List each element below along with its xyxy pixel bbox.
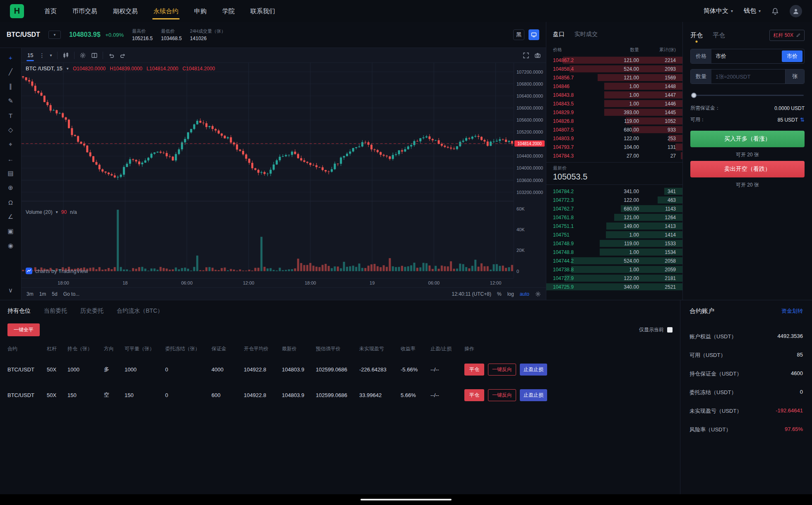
nav-item-2[interactable]: 币币交易 <box>65 0 105 22</box>
tradingview-watermark[interactable]: charts by TradingView <box>26 268 88 274</box>
positions-tab-3[interactable]: 历史委托 <box>80 307 103 315</box>
range-1m-button[interactable]: 1m <box>39 291 46 297</box>
price-field-value[interactable]: 市价 <box>711 53 782 60</box>
orderbook-ask-row[interactable]: 104826.8119.001052 <box>546 117 682 125</box>
nav-item-5[interactable]: 申购 <box>186 0 214 22</box>
brush-icon[interactable]: ✎ <box>5 96 17 105</box>
text-tool-icon[interactable]: T <box>5 111 17 120</box>
tab-close-position[interactable]: 平仓 <box>713 31 725 39</box>
kebab-menu-icon[interactable]: ⋮ <box>39 52 45 59</box>
orderbook-bid-row[interactable]: 104744.2524.002058 <box>546 256 682 265</box>
orderbook-bid-row[interactable]: 104725.9340.002521 <box>546 282 682 291</box>
positions-tab-1[interactable]: 持有仓位 <box>7 307 31 315</box>
eye-icon[interactable]: ◉ <box>5 241 17 250</box>
lock-icon[interactable]: ▣ <box>5 227 17 236</box>
user-avatar[interactable] <box>790 5 802 17</box>
zoom-icon[interactable]: ⊕ <box>5 183 17 192</box>
orderbook-ask-row[interactable]: 104843.81.001447 <box>546 91 682 99</box>
range-3m-button[interactable]: 3m <box>26 291 34 297</box>
measure-icon[interactable]: ∠ <box>5 212 17 221</box>
nav-item-1[interactable]: 首页 <box>36 0 65 22</box>
tpsl-button[interactable]: 止盈止损 <box>520 364 547 376</box>
crosshair-icon[interactable]: + <box>5 53 17 62</box>
time-axis[interactable]: 18:001806:0012:0018:001906:0012:00 <box>22 278 514 287</box>
orderbook-ask-row[interactable]: 104843.51.001446 <box>546 99 682 108</box>
layout-grid-icon[interactable] <box>91 52 98 59</box>
scale-%-button[interactable]: % <box>497 291 502 297</box>
tab-trades[interactable]: 实时成交 <box>574 31 598 38</box>
orderbook-ask-row[interactable]: 104784.327.0027 <box>546 151 682 160</box>
tpsl-button[interactable]: 止盈止损 <box>520 389 547 401</box>
magnet-icon[interactable]: Ω <box>5 198 17 207</box>
language-selector[interactable]: 简体中文 ▾ <box>704 7 733 15</box>
positions-tab-4[interactable]: 合约流水（BTC） <box>117 307 163 315</box>
tab-open-position[interactable]: 开仓 <box>690 31 703 39</box>
close-all-button[interactable]: 一键全平 <box>7 323 40 336</box>
theme-toggle-button[interactable]: 黑 <box>513 29 524 40</box>
close-position-button[interactable]: 平仓 <box>464 389 484 401</box>
orderbook-ask-row[interactable]: 1048461.001448 <box>546 82 682 91</box>
orderbook-ask-row[interactable]: 104858.4524.002093 <box>546 65 682 73</box>
pair-selector[interactable]: ▾ <box>48 31 61 39</box>
display-toggle-button[interactable] <box>529 29 539 40</box>
position-tool-icon[interactable]: ⌖ <box>5 140 17 149</box>
orderbook-bid-row[interactable]: 1047511.001414 <box>546 230 682 239</box>
price-chart[interactable] <box>22 63 514 278</box>
only-current-checkbox[interactable] <box>667 327 673 333</box>
parallel-channel-icon[interactable]: ∥ <box>5 82 17 91</box>
orderbook-bid-row[interactable]: 104748.9119.001533 <box>546 239 682 248</box>
market-price-button[interactable]: 市价 <box>782 50 802 62</box>
chevron-down-icon[interactable]: ▾ <box>56 210 58 214</box>
orderbook-bid-row[interactable]: 104751.1149.001413 <box>546 222 682 230</box>
orderbook-bid-row[interactable]: 104738.81.002059 <box>546 265 682 274</box>
reverse-position-button[interactable]: 一键反向 <box>488 389 516 401</box>
brand-logo[interactable]: H <box>10 4 24 18</box>
transfer-icon[interactable]: ⇅ <box>800 117 805 123</box>
candlestick-style-icon[interactable] <box>62 52 69 59</box>
orderbook-bid-row[interactable]: 104772.3122.00463 <box>546 196 682 204</box>
legend-symbol[interactable]: BTC /USDT, 15 <box>26 65 62 72</box>
reverse-position-button[interactable]: 一键反向 <box>488 364 516 376</box>
orderbook-bid-row[interactable]: 104727.9122.002181 <box>546 274 682 282</box>
hide-panel-icon[interactable]: ← <box>5 154 17 163</box>
close-position-button[interactable]: 平仓 <box>464 364 484 376</box>
orderbook-bid-row[interactable]: 104784.2341.00341 <box>546 187 682 196</box>
redo-icon[interactable] <box>120 52 126 59</box>
orderbook-ask-row[interactable]: 104807.5680.00933 <box>546 125 682 134</box>
fullscreen-icon[interactable] <box>523 52 529 59</box>
orderbook-bid-row[interactable]: 104762.7680.001143 <box>546 204 682 213</box>
amount-input[interactable] <box>711 74 785 80</box>
buy-long-button[interactable]: 买入开多（看涨） <box>690 131 805 147</box>
chart-canvas[interactable]: BTC /USDT, 15 ▾ O104820.0000H104839.0000… <box>22 63 546 287</box>
slider-knob[interactable] <box>691 93 697 98</box>
price-axis[interactable]: 104814.2000 107200.0000106800.0000106400… <box>514 63 546 278</box>
orderbook-ask-row[interactable]: 104829.9393.001445 <box>546 108 682 117</box>
scale-log-button[interactable]: log <box>507 291 514 297</box>
orderbook-bid-row[interactable]: 104761.8121.001264 <box>546 213 682 222</box>
wallet-menu[interactable]: 钱包 ▾ <box>744 7 761 15</box>
orderbook-ask-row[interactable]: 104867.2121.002214 <box>546 56 682 65</box>
camera-icon[interactable] <box>534 52 541 59</box>
sell-short-button[interactable]: 卖出开空（看跌） <box>690 161 805 177</box>
nav-item-4[interactable]: 永续合约 <box>146 0 186 22</box>
interval-button[interactable]: 15 <box>26 52 34 58</box>
orderbook-ask-row[interactable]: 104803.9122.00253 <box>546 134 682 143</box>
goto-button[interactable]: Go to... <box>63 291 79 297</box>
nav-item-6[interactable]: 学院 <box>214 0 243 22</box>
amount-slider[interactable] <box>691 92 804 98</box>
axis-settings-gear-icon[interactable] <box>535 291 541 297</box>
trend-line-icon[interactable]: ╱ <box>5 67 17 77</box>
scale-auto-button[interactable]: auto <box>520 291 529 297</box>
nav-item-7[interactable]: 联系我们 <box>243 0 283 22</box>
chevron-down-icon[interactable]: ▾ <box>67 66 69 71</box>
orderbook-bid-row[interactable]: 104748.81.001534 <box>546 248 682 256</box>
chevron-down-icon[interactable]: ▾ <box>50 53 52 57</box>
bell-icon[interactable] <box>771 7 779 15</box>
indicator-settings-icon[interactable] <box>79 52 86 59</box>
orderbook-ask-row[interactable]: 104793.7104.00131 <box>546 143 682 151</box>
tab-orderbook[interactable]: 盘口 <box>553 31 565 38</box>
leverage-button[interactable]: 杠杆 50X <box>769 30 805 41</box>
fund-transfer-link[interactable]: 资金划转 <box>781 307 803 315</box>
more-tools-icon[interactable]: ∨ <box>5 286 17 295</box>
bars-pattern-icon[interactable]: ▤ <box>5 169 17 178</box>
